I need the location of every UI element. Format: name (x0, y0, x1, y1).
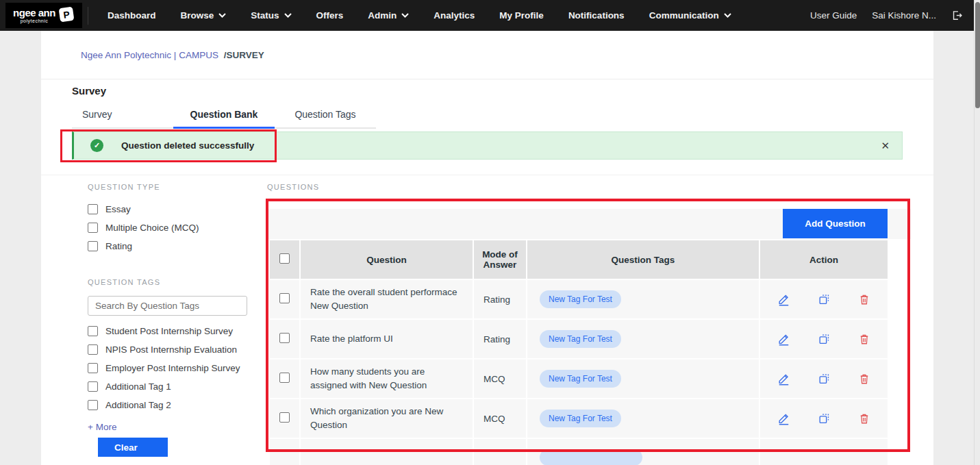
checkbox-icon[interactable] (88, 241, 98, 251)
filter-option-label: Essay (105, 204, 131, 214)
page-title: Survey (72, 85, 106, 97)
nav-item-offers[interactable]: Offers (316, 10, 344, 21)
table-row: Rate the overall student performace New … (270, 280, 888, 318)
row-checkbox[interactable] (279, 373, 290, 383)
tab-question-tags[interactable]: Question Tags (275, 101, 376, 129)
edit-pencil-icon[interactable] (777, 412, 790, 425)
checkbox-icon[interactable] (88, 363, 98, 373)
mode-cell: Rating (474, 320, 526, 358)
copy-icon[interactable] (818, 292, 831, 306)
breadcrumb: Ngee Ann Polytechnic | CAMPUS /SURVEY (81, 50, 264, 60)
row-checkbox[interactable] (279, 333, 290, 343)
tab-label: Question Tags (294, 109, 355, 120)
checkbox-icon[interactable] (88, 223, 98, 233)
question-tags-list: Student Post Internship SurveyNPIS Post … (88, 325, 267, 411)
trash-icon[interactable] (858, 292, 870, 306)
user-menu[interactable]: Sai Kishore N... (872, 10, 936, 21)
row-select-cell (270, 439, 299, 465)
question-cell (301, 439, 473, 465)
question-type-list: EssayMultiple Choice (MCQ)Rating (88, 203, 267, 252)
filter-option-multiple-choice-mcq[interactable]: Multiple Choice (MCQ) (88, 222, 267, 234)
breadcrumb-root[interactable]: Ngee Ann Polytechnic (81, 50, 171, 60)
checkbox-icon[interactable] (88, 381, 98, 392)
edit-pencil-icon[interactable] (777, 372, 790, 386)
add-question-button[interactable]: Add Question (783, 209, 888, 238)
nav-item-admin[interactable]: Admin (368, 10, 409, 21)
checkbox-icon[interactable] (88, 204, 98, 214)
nav-item-label: Offers (316, 10, 344, 21)
nav-menu: DashboardBrowseStatusOffersAdminAnalytic… (108, 10, 731, 21)
table-row: How many students you are assigned with … (270, 360, 888, 398)
filter-option-student-post-internship-survey[interactable]: Student Post Internship Survey (88, 325, 267, 337)
trash-icon[interactable] (858, 372, 870, 386)
alert-message: Question deleted successfully (121, 140, 254, 151)
user-guide-link[interactable]: User Guide (810, 10, 857, 21)
tag-pill: New Tag For Test (540, 410, 621, 427)
question-cell: Which organization you are New Question (301, 399, 473, 438)
table-row: Which organization you are New QuestionM… (270, 399, 888, 438)
more-link[interactable]: + More (88, 422, 116, 432)
checkbox-icon[interactable] (88, 326, 98, 336)
breadcrumb-campus[interactable]: CAMPUS (179, 50, 218, 60)
nav-item-browse[interactable]: Browse (181, 10, 227, 21)
copy-icon[interactable] (818, 412, 831, 425)
tag-pill (540, 449, 642, 465)
questions-section: QUESTIONS Add Question QuestionMode of A… (267, 183, 911, 465)
checkbox-icon[interactable] (88, 400, 98, 410)
row-checkbox[interactable] (279, 412, 290, 423)
logout-icon[interactable] (951, 10, 963, 21)
nav-item-label: Communication (649, 10, 719, 21)
trash-icon[interactable] (858, 412, 870, 425)
filter-option-essay[interactable]: Essay (88, 203, 267, 215)
alert-close-icon[interactable]: ✕ (881, 140, 890, 152)
tags-cell: New Tag For Test (527, 360, 759, 398)
nav-item-status[interactable]: Status (251, 10, 291, 21)
select-all-checkbox[interactable] (279, 253, 290, 264)
filter-option-employer-post-internship-survey[interactable]: Employer Post Internship Survey (88, 362, 267, 374)
breadcrumb-current: /SURVEY (224, 50, 264, 60)
copy-icon[interactable] (818, 332, 831, 346)
logo-line2: polytechnic (13, 18, 55, 23)
page-card: Ngee Ann Polytechnic | CAMPUS /SURVEY Su… (41, 31, 933, 465)
filter-option-additional-tag-1[interactable]: Additional Tag 1 (88, 381, 267, 392)
filter-option-rating[interactable]: Rating (88, 240, 267, 252)
tab-survey[interactable]: Survey (72, 101, 173, 129)
chevron-down-icon (284, 13, 292, 18)
filter-option-label: Additional Tag 2 (105, 400, 171, 410)
nav-item-analytics[interactable]: Analytics (434, 10, 475, 21)
header-mode-of-answer: Mode of Answer (474, 240, 526, 279)
tag-search-input[interactable] (88, 296, 247, 316)
filter-option-npis-post-internship-evaluation[interactable]: NPIS Post Internship Evaluation (88, 344, 267, 355)
edit-pencil-icon[interactable] (777, 292, 790, 306)
logo-text: ngee ann polytechnic (13, 8, 55, 23)
filter-option-label: Multiple Choice (MCQ) (105, 223, 199, 233)
chevron-down-icon (401, 13, 409, 18)
edit-pencil-icon[interactable] (777, 332, 790, 346)
tags-cell (527, 439, 759, 465)
table-header-row: QuestionMode of AnswerQuestion TagsActio… (270, 240, 888, 279)
questions-table: QuestionMode of AnswerQuestion TagsActio… (268, 239, 889, 465)
mode-cell: MCQ (474, 399, 526, 438)
scrollbar-thumb[interactable] (975, 2, 980, 108)
header-action: Action (760, 240, 888, 279)
nav-item-label: Status (251, 10, 279, 21)
tab-question-bank[interactable]: Question Bank (173, 101, 275, 129)
row-checkbox[interactable] (279, 293, 290, 303)
checkbox-icon[interactable] (88, 344, 98, 355)
nav-item-dashboard[interactable]: Dashboard (108, 10, 156, 21)
ngee-ann-logo[interactable]: ngee ann polytechnic P (5, 3, 82, 28)
trash-icon[interactable] (858, 332, 870, 346)
ngee-ann-shield-icon: P (58, 6, 75, 25)
clear-button[interactable]: Clear (98, 438, 168, 457)
actions-cell (760, 280, 888, 318)
tab-label: Question Bank (190, 109, 258, 120)
nav-item-my-profile[interactable]: My Profile (499, 10, 544, 21)
divider (41, 175, 933, 175)
select-all-cell (270, 240, 299, 279)
vertical-scrollbar (974, 0, 980, 465)
nav-item-communication[interactable]: Communication (649, 10, 731, 21)
copy-icon[interactable] (818, 372, 831, 386)
filter-option-additional-tag-2[interactable]: Additional Tag 2 (88, 399, 267, 411)
nav-item-notifications[interactable]: Notifications (568, 10, 625, 21)
questions-label: QUESTIONS (267, 183, 911, 191)
